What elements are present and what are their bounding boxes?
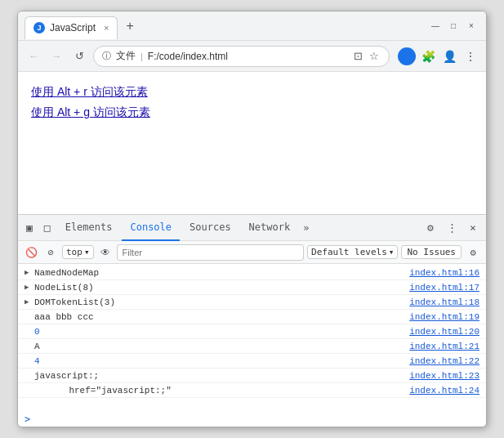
forward-button[interactable]: →: [47, 47, 65, 65]
devtools-more-button[interactable]: ⋮: [442, 218, 462, 238]
devtools-actions: ⚙ ⋮ ×: [421, 218, 483, 238]
console-output: ▶NamedNodeMapindex.html:16▶NodeList(8)in…: [18, 264, 486, 412]
link-alt-r[interactable]: 使用 Alt + r 访问该元素: [31, 82, 473, 102]
extensions-button[interactable]: 🧩: [419, 47, 437, 65]
title-bar: J JavaScript × + — □ ×: [18, 11, 486, 41]
url-separator: |: [140, 51, 143, 61]
tab-favicon: J: [33, 22, 45, 34]
row-file-link[interactable]: index.html:19: [409, 312, 479, 322]
window-controls: — □ ×: [427, 18, 479, 34]
tab-bar: J JavaScript × +: [25, 11, 427, 40]
console-row: javascript:;index.html:23: [18, 369, 486, 383]
console-row: aaa bbb cccindex.html:19: [18, 310, 486, 324]
browser-window: J JavaScript × + — □ × ← → ↺ ⓘ 文件 | F:/c…: [17, 11, 487, 427]
row-content: A: [34, 342, 409, 351]
console-row: href="javascript:;"index.html:24: [18, 383, 486, 398]
tab-elements[interactable]: Elements: [57, 215, 121, 241]
devtools-close-button[interactable]: ×: [463, 218, 483, 238]
tab-network[interactable]: Network: [241, 215, 299, 241]
console-row: ▶NamedNodeMapindex.html:16: [18, 266, 486, 280]
console-block-button[interactable]: ⊘: [42, 244, 59, 261]
url-actions: ⊡ ☆: [352, 50, 381, 62]
log-levels-selector[interactable]: Default levels ▾: [307, 245, 398, 259]
row-file-link[interactable]: index.html:20: [409, 327, 479, 337]
browser-tab[interactable]: J JavaScript ×: [25, 16, 118, 39]
minimize-button[interactable]: —: [427, 18, 444, 34]
console-row: ▶NodeList(8)index.html:17: [18, 280, 486, 295]
row-file-link[interactable]: index.html:22: [409, 356, 479, 366]
new-tab-button[interactable]: +: [123, 19, 136, 34]
link-alt-g[interactable]: 使用 Alt + g 访问该元素: [31, 102, 473, 123]
row-content: href="javascript:;": [34, 386, 409, 396]
row-file-link[interactable]: index.html:23: [409, 371, 479, 381]
console-row: 4index.html:22: [18, 354, 486, 369]
row-content: DOMTokenList(3): [34, 297, 409, 307]
row-content: NodeList(8): [34, 283, 409, 293]
context-arrow: ▾: [84, 247, 90, 257]
menu-button[interactable]: ⋮: [462, 47, 479, 65]
no-issues-badge[interactable]: No Issues: [401, 245, 462, 259]
log-levels-arrow: ▾: [389, 247, 395, 257]
row-content: javascript:;: [34, 371, 409, 381]
console-settings-button[interactable]: ⚙: [465, 244, 481, 261]
account-button[interactable]: 👤: [440, 47, 458, 65]
row-expand-icon[interactable]: ▶: [25, 268, 34, 277]
row-file-link[interactable]: index.html:17: [409, 283, 479, 293]
tab-sources[interactable]: Sources: [181, 215, 239, 241]
console-prompt[interactable]: >: [18, 412, 486, 427]
address-bar: ← → ↺ ⓘ 文件 | F:/code/index.html ⊡ ☆ 🧩 👤 …: [18, 41, 486, 72]
devtools-more-tabs[interactable]: »: [300, 219, 312, 237]
devtools-inspector-icon[interactable]: ▣: [21, 218, 38, 237]
row-expand-icon[interactable]: ▶: [25, 297, 34, 306]
row-file-link[interactable]: index.html:18: [409, 297, 479, 307]
row-file-link[interactable]: index.html:21: [409, 342, 479, 351]
row-content: aaa bbb ccc: [34, 312, 409, 322]
filter-input[interactable]: [117, 244, 305, 261]
page-content: 使用 Alt + r 访问该元素 使用 Alt + g 访问该元素: [18, 72, 486, 214]
bookmark-icon[interactable]: ☆: [368, 50, 381, 62]
chrome-icon: [398, 47, 416, 65]
row-content: 4: [34, 356, 409, 366]
devtools-settings-button[interactable]: ⚙: [421, 218, 440, 238]
url-bar[interactable]: ⓘ 文件 | F:/code/index.html ⊡ ☆: [93, 46, 390, 67]
devtools-tab-bar: ▣ □ Elements Console Sources Network » ⚙…: [18, 215, 486, 241]
tab-console[interactable]: Console: [122, 215, 180, 241]
tab-close-button[interactable]: ×: [104, 23, 109, 33]
console-clear-button[interactable]: 🚫: [23, 244, 39, 261]
console-row: Aindex.html:21: [18, 339, 486, 354]
tab-title: JavaScript: [50, 22, 96, 34]
row-file-link[interactable]: index.html:16: [409, 268, 479, 278]
context-selector[interactable]: top ▾: [62, 245, 94, 259]
row-file-link[interactable]: index.html:24: [409, 386, 479, 396]
context-label: top: [66, 247, 83, 257]
row-content: NamedNodeMap: [34, 268, 409, 278]
console-toolbar: 🚫 ⊘ top ▾ 👁 Default levels ▾ No Issues ⚙: [18, 241, 486, 264]
row-content: 0: [34, 327, 409, 337]
file-label: 文件: [116, 49, 136, 63]
eye-button[interactable]: 👁: [97, 244, 114, 261]
console-row: 0index.html:20: [18, 324, 486, 339]
devtools-panel: ▣ □ Elements Console Sources Network » ⚙…: [18, 214, 486, 427]
cast-icon[interactable]: ⊡: [352, 50, 364, 62]
back-button[interactable]: ←: [25, 47, 42, 65]
url-text: F:/code/index.html: [148, 51, 228, 62]
row-expand-icon[interactable]: ▶: [25, 283, 34, 292]
close-button[interactable]: ×: [463, 18, 479, 34]
secure-icon: ⓘ: [102, 50, 111, 62]
devtools-mobile-icon[interactable]: □: [39, 218, 56, 237]
toolbar-actions: 🧩 👤 ⋮: [398, 47, 479, 65]
refresh-button[interactable]: ↺: [70, 47, 88, 65]
console-row: ▶DOMTokenList(3)index.html:18: [18, 295, 486, 310]
log-levels-label: Default levels: [311, 247, 387, 257]
maximize-button[interactable]: □: [445, 18, 462, 34]
